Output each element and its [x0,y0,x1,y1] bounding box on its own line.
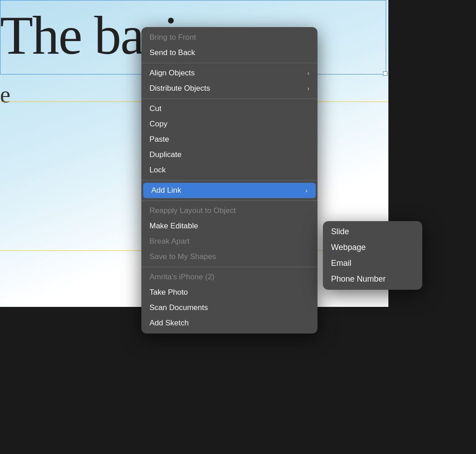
menu-item-label: Amrita's iPhone (2) [149,273,215,282]
menu-item-label: Make Editable [149,222,198,231]
menu-item-label: Add Sketch [149,319,189,328]
add-link-submenu: SlideWebpageEmailPhone Number [323,221,422,290]
menu-item-reapply-layout: Reapply Layout to Object [141,203,317,218]
menu-item-copy[interactable]: Copy [141,116,317,132]
context-menu: Bring to FrontSend to BackAlign Objects›… [141,27,317,334]
menu-item-make-editable[interactable]: Make Editable [141,218,317,234]
menu-item-distribute-objects[interactable]: Distribute Objects› [141,81,317,96]
menu-item-take-photo[interactable]: Take Photo [141,285,317,300]
menu-item-bring-to-front: Bring to Front [141,30,317,45]
menu-item-cut[interactable]: Cut [141,101,317,116]
chevron-right-icon: › [307,85,309,92]
menu-divider [141,200,317,201]
menu-item-save-to-shapes: Save to My Shapes [141,249,317,264]
menu-item-label: Lock [149,166,166,175]
menu-item-add-sketch[interactable]: Add Sketch [141,315,317,331]
submenu-item-label: Slide [331,227,349,236]
menu-item-add-link[interactable]: Add Link› [143,183,316,198]
submenu-item-webpage[interactable]: Webpage [323,240,422,255]
menu-item-lock[interactable]: Lock [141,162,317,178]
menu-item-label: Bring to Front [149,33,196,42]
menu-item-label: Break Apart [149,237,190,246]
menu-item-label: Send to Back [149,48,195,57]
menu-item-iphone-header: Amrita's iPhone (2) [141,269,317,285]
menu-item-label: Save to My Shapes [149,252,216,261]
submenu-item-label: Phone Number [331,274,386,284]
submenu-item-email[interactable]: Email [323,255,422,271]
submenu-item-phone-number[interactable]: Phone Number [323,271,422,287]
menu-item-send-to-back[interactable]: Send to Back [141,45,317,60]
submenu-item-label: Email [331,259,351,268]
menu-item-break-apart: Break Apart [141,234,317,249]
menu-item-label: Paste [149,135,169,144]
chevron-right-icon: › [305,187,308,194]
menu-item-label: Distribute Objects [149,84,210,93]
menu-divider [141,267,317,267]
submenu-item-label: Webpage [331,243,366,252]
menu-item-scan-documents[interactable]: Scan Documents [141,300,317,315]
menu-item-label: Add Link [151,186,181,195]
menu-item-duplicate[interactable]: Duplicate [141,147,317,162]
menu-item-label: Scan Documents [149,303,208,312]
submenu-item-slide[interactable]: Slide [323,224,422,240]
slide-subtext: e [0,81,10,108]
menu-item-align-objects[interactable]: Align Objects› [141,65,317,81]
menu-divider [141,98,317,99]
menu-item-label: Cut [149,104,161,113]
chevron-right-icon: › [307,69,309,77]
menu-divider [141,180,317,181]
menu-item-label: Reapply Layout to Object [149,206,236,215]
menu-divider [141,63,317,63]
menu-item-label: Copy [149,120,168,129]
menu-item-paste[interactable]: Paste [141,132,317,147]
menu-item-label: Align Objects [149,69,195,78]
menu-item-label: Duplicate [149,150,182,159]
menu-item-label: Take Photo [149,288,188,297]
